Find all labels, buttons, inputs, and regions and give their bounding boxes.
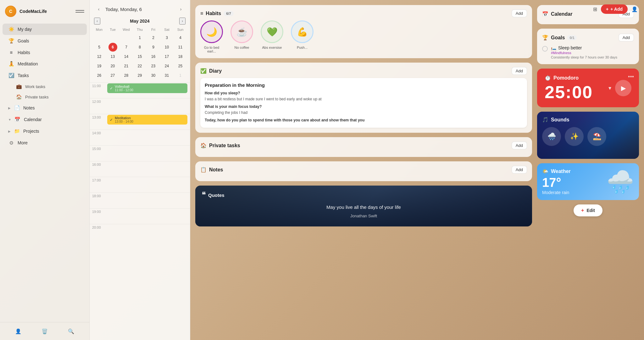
sounds-widget: 🎵 Sounds 🌧️ ✨ ⛱️ <box>537 112 639 159</box>
sidebar-item-habits[interactable]: ≡ Habits <box>3 47 87 58</box>
habit-item-go-to-bed[interactable]: 🌙 Go to bed earl... <box>200 20 223 53</box>
sidebar-item-tasks[interactable]: ☑️ Tasks <box>3 70 87 81</box>
sidebar-item-projects[interactable]: ▶ 📁 Projects <box>3 125 87 137</box>
sidebar-item-calendar[interactable]: ▼ 📅 Calendar <box>3 114 87 125</box>
cal-day-30[interactable]: 30 <box>149 71 158 80</box>
sidebar-item-work-tasks[interactable]: 💼 Work tasks <box>11 81 87 92</box>
habits-add-button[interactable]: Add <box>512 9 527 17</box>
pomodoro-dropdown-button[interactable]: ▾ <box>608 85 611 92</box>
global-add-button[interactable]: + + Add <box>601 4 628 14</box>
cal-day-6-today[interactable]: 6 <box>108 43 117 52</box>
cal-day-14[interactable]: 14 <box>122 52 131 61</box>
pomodoro-more-button[interactable]: ••• <box>628 74 634 80</box>
event-time-med: 13:00 - 14:00 <box>115 120 133 123</box>
day-header-fri: Fri <box>147 26 160 33</box>
notes-widget-icon: 📋 <box>200 167 207 173</box>
cal-day-15[interactable]: 15 <box>136 52 144 61</box>
sidebar-item-more[interactable]: ⊙ More <box>3 137 87 148</box>
sounds-buttons: 🌧️ ✨ ⛱️ <box>542 127 634 146</box>
sidebar-item-my-day[interactable]: ☀️ My day <box>3 24 87 35</box>
cal-day-17[interactable]: 17 <box>163 52 171 61</box>
cal-day-25[interactable]: 25 <box>176 62 185 70</box>
event-meditation[interactable]: ✓ Meditation 13:00 - 14:00 <box>107 115 187 125</box>
cal-day-29[interactable]: 29 <box>136 71 144 80</box>
prev-month-button[interactable]: ‹ <box>94 18 100 25</box>
time-row-20: 20:00 <box>90 224 190 240</box>
cal-day-22[interactable]: 22 <box>136 62 144 70</box>
sidebar-item-private-tasks[interactable]: 🏠 Private tasks <box>11 92 87 102</box>
habit-item-no-coffee[interactable]: ☕ No coffee <box>230 20 253 53</box>
cal-day-11[interactable]: 11 <box>176 43 185 52</box>
cal-day-18[interactable]: 18 <box>176 52 185 61</box>
goal-checkbox[interactable] <box>542 46 548 52</box>
timer-icon: ⏱️ <box>545 75 551 81</box>
habits-header: ≡ Habits 6/7 Add <box>195 5 532 20</box>
goal-item-sleep-better[interactable]: 🛏️ Sleep better #Mindfulness Consistentl… <box>542 45 634 59</box>
edit-button[interactable]: + Edit <box>574 204 602 216</box>
prev-day-button[interactable]: ‹ <box>95 5 103 13</box>
cal-day-26[interactable]: 26 <box>95 71 104 80</box>
diary-title: ✅ Diary <box>200 68 222 74</box>
sidebar-item-notes[interactable]: ▶ 📄 Notes <box>3 102 87 114</box>
cal-day-1[interactable]: 1 <box>136 33 144 42</box>
time-label-15: 15:00 <box>90 146 105 151</box>
sidebar-item-meditation[interactable]: 🧘 Meditation <box>3 58 87 70</box>
sidebar-item-goals[interactable]: 🏆 Goals <box>3 35 87 47</box>
cal-day-23[interactable]: 23 <box>149 62 158 70</box>
habit-item-abs[interactable]: 💚 Abs exersise <box>261 20 283 53</box>
cal-day-9[interactable]: 9 <box>149 43 158 52</box>
cal-day-20[interactable]: 20 <box>108 62 117 70</box>
weather-header: 🌤️ Weather <box>542 168 602 174</box>
time-events-13: ✓ Meditation 13:00 - 14:00 <box>105 114 190 126</box>
cal-day-16[interactable]: 16 <box>149 52 158 61</box>
avatar[interactable]: C <box>5 6 16 17</box>
diary-card[interactable]: Preparation in the Morning How did you s… <box>200 78 527 128</box>
pomodoro-play-button[interactable]: ▶ <box>615 80 631 96</box>
notes-add-button[interactable]: Add <box>512 166 527 174</box>
quotes-header: ❝ Quotes <box>202 191 526 199</box>
cal-day-8[interactable]: 8 <box>136 43 144 52</box>
sidebar-toggle-button[interactable] <box>75 8 84 14</box>
goals-add-button[interactable]: Add <box>619 34 634 42</box>
cal-day-5[interactable]: 5 <box>95 43 104 52</box>
sounds-content: 🎵 Sounds 🌧️ ✨ ⛱️ <box>537 112 639 151</box>
cal-day-31[interactable]: 31 <box>163 71 171 80</box>
private-tasks-title: 🏠 Private tasks <box>200 142 240 148</box>
cal-day-4[interactable]: 4 <box>176 33 185 42</box>
sound-beach-button[interactable]: ⛱️ <box>587 127 606 146</box>
private-tasks-icon: 🏠 <box>200 142 207 148</box>
event-volleyball[interactable]: ✓ Volleyball 11:00 - 12:00 <box>107 83 187 93</box>
profile-icon[interactable]: 👤 <box>631 6 638 12</box>
private-tasks-add-button[interactable]: Add <box>512 142 527 149</box>
cal-day-21[interactable]: 21 <box>122 62 131 70</box>
cal-day-27[interactable]: 27 <box>108 71 117 80</box>
cal-day-3[interactable]: 3 <box>163 33 171 42</box>
cal-day-2[interactable]: 2 <box>149 33 158 42</box>
sound-rain-button[interactable]: 🌧️ <box>542 127 561 146</box>
sound-magic-button[interactable]: ✨ <box>565 127 584 146</box>
user-profile-button[interactable]: 👤 <box>13 326 23 336</box>
search-button[interactable]: 🔍 <box>66 326 76 336</box>
cal-day-10[interactable]: 10 <box>163 43 171 52</box>
cal-day-next-1[interactable]: 1 <box>176 71 185 80</box>
next-day-button[interactable]: › <box>177 5 185 13</box>
right-panel: 📅 Calendar Add 🏆 Goals 0/1 Add 🛏️ Sleep … <box>537 0 644 340</box>
edit-plus-icon: + <box>581 208 584 213</box>
layers-icon[interactable]: ⊞ <box>593 6 597 12</box>
next-month-button[interactable]: › <box>179 18 186 25</box>
cal-day-19[interactable]: 19 <box>95 62 104 70</box>
mini-cal-month-label: May 2024 <box>130 19 149 24</box>
day-header-mon: Mon <box>93 26 106 33</box>
trash-button[interactable]: 🗑️ <box>40 326 50 336</box>
habit-item-push[interactable]: 💪 Push... <box>291 20 314 53</box>
diary-add-button[interactable]: Add <box>512 67 527 75</box>
private-tasks-body <box>195 153 532 157</box>
cal-day-24[interactable]: 24 <box>163 62 171 70</box>
cal-day-7[interactable]: 7 <box>122 43 131 52</box>
time-events-19 <box>105 209 190 210</box>
cal-day-12[interactable]: 12 <box>95 52 104 61</box>
cal-day-13[interactable]: 13 <box>108 52 117 61</box>
cal-day-28[interactable]: 28 <box>122 71 131 80</box>
cal-day-empty3 <box>122 33 131 42</box>
habits-widget: ≡ Habits 6/7 Add 🌙 Go to bed earl... ☕ N… <box>195 5 532 58</box>
